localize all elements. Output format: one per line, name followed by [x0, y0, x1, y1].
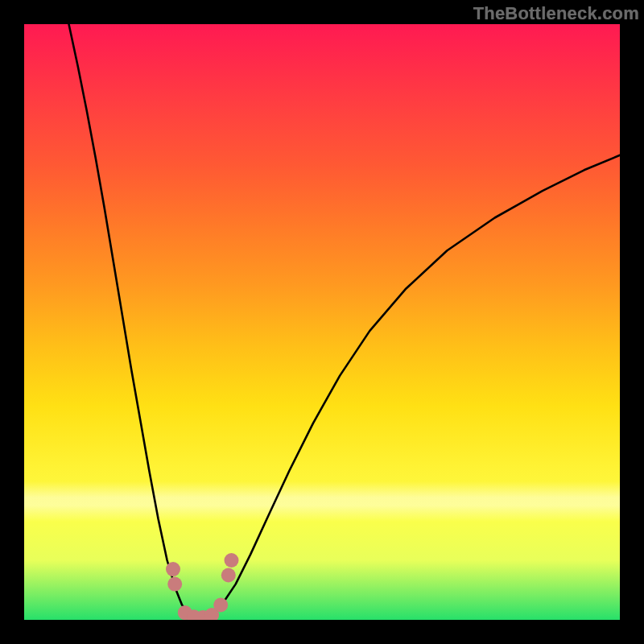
- marker-dot: [167, 577, 182, 592]
- marker-dot: [213, 598, 228, 613]
- chart-svg: [24, 24, 620, 620]
- marker-dot: [221, 568, 236, 583]
- curve-left-path: [69, 24, 188, 613]
- curve-group: [69, 24, 621, 619]
- curve-right-path: [215, 155, 620, 613]
- marker-dot: [166, 562, 180, 576]
- chart-frame: TheBottleneck.com: [0, 0, 644, 644]
- marker-dot: [225, 553, 239, 568]
- plot-area: [24, 24, 620, 620]
- watermark-text: TheBottleneck.com: [473, 3, 639, 24]
- marker-group: [166, 553, 239, 620]
